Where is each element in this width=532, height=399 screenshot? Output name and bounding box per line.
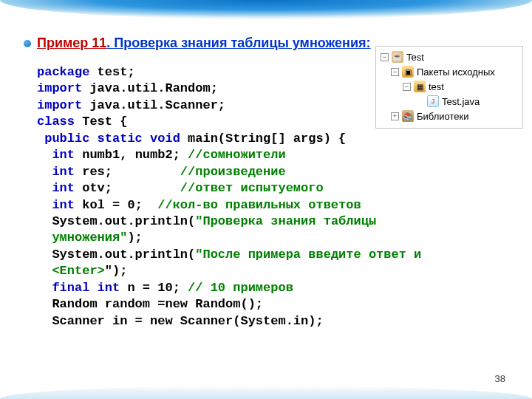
code-text: res;	[75, 165, 180, 179]
kw: import	[37, 81, 82, 95]
kw: final int	[37, 281, 120, 295]
code-text: java.util.Random;	[82, 81, 218, 95]
library-icon: 📚	[402, 110, 414, 122]
code-text: Scanner in = new Scanner(System.in);	[37, 314, 324, 328]
slide-bottom-decoration	[0, 386, 532, 399]
comment: //кол-во правильных ответов	[157, 198, 361, 212]
collapse-icon[interactable]: −	[391, 68, 399, 76]
expand-icon[interactable]: +	[391, 112, 399, 120]
code-text: Random random =new Random();	[37, 297, 263, 311]
collapse-icon[interactable]: −	[381, 53, 389, 61]
kw: public static void	[37, 132, 180, 146]
kw: import	[37, 98, 82, 112]
kw: int	[37, 148, 75, 162]
code-text: test;	[89, 65, 134, 79]
heading-text: . Проверка знания таблицы умножения:	[106, 35, 370, 50]
string: умножения"	[37, 231, 127, 245]
heading-example-number: Пример 11	[37, 35, 106, 50]
code-text: System.out.println(	[37, 248, 195, 262]
code-text: java.util.Scanner;	[82, 98, 225, 112]
folder-icon: ▣	[402, 66, 414, 78]
collapse-icon[interactable]: −	[403, 83, 411, 91]
code-text: n = 10;	[120, 281, 188, 295]
project-icon: ☕	[392, 51, 403, 63]
kw: class	[37, 115, 75, 129]
tree-label: Библиотеки	[417, 111, 468, 122]
tree-file[interactable]: J Test.java	[378, 94, 521, 109]
project-tree: − ☕ Test − ▣ Пакеты исходных − ▦ test J …	[375, 46, 523, 129]
comment: // 10 примеров	[188, 281, 293, 295]
java-file-icon: J	[427, 95, 439, 107]
code-text: kol = 0;	[75, 198, 157, 212]
code-text: );	[127, 231, 142, 245]
tree-label: Test	[406, 52, 424, 63]
tree-label: test	[429, 81, 444, 92]
code-text: otv;	[75, 181, 180, 195]
tree-source-packages[interactable]: − ▣ Пакеты исходных	[378, 64, 521, 79]
tree-libraries[interactable]: + 📚 Библиотеки	[378, 109, 521, 123]
slide-top-decoration	[0, 0, 532, 19]
tree-label: Пакеты исходных	[417, 66, 495, 78]
string: "После примера введите ответ и	[195, 248, 421, 262]
kw: int	[37, 198, 75, 212]
kw: int	[37, 165, 75, 179]
string: <Enter>	[37, 264, 105, 278]
code-text: ");	[105, 264, 128, 278]
code-text: numb1, numb2;	[75, 148, 188, 162]
kw: package	[37, 65, 89, 79]
comment: //сомножители	[188, 148, 286, 162]
tree-root[interactable]: − ☕ Test	[378, 50, 521, 64]
package-icon: ▦	[414, 81, 426, 92]
bullet-icon	[24, 40, 31, 47]
code-text: main(String[] args) {	[180, 132, 346, 146]
code-text: Test {	[75, 115, 127, 129]
code-text: System.out.println(	[37, 214, 195, 228]
kw: int	[37, 181, 75, 195]
comment: //произведение	[180, 165, 286, 179]
string: "Проверка знания таблицы	[195, 214, 376, 228]
tree-label: Test.java	[442, 96, 480, 107]
page-number: 38	[495, 373, 505, 384]
comment: //ответ испытуемого	[180, 181, 324, 195]
tree-package[interactable]: − ▦ test	[378, 79, 521, 94]
